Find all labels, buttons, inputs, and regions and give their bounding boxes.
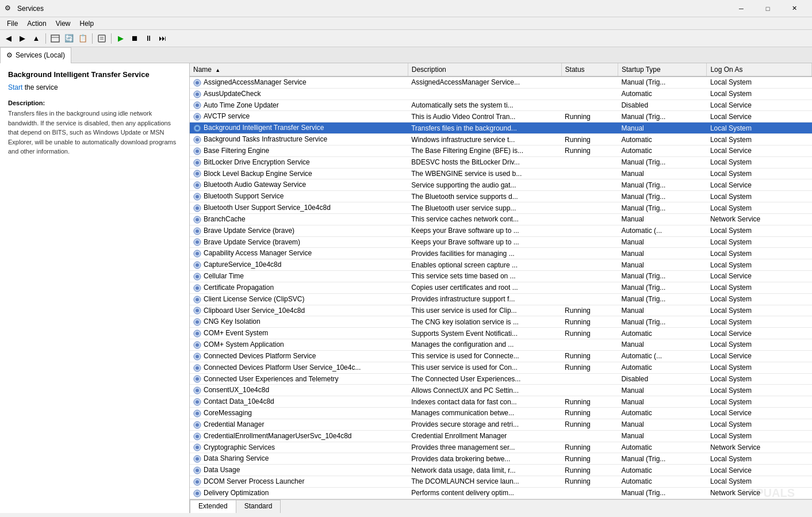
- service-startup-cell: Automatic: [618, 476, 707, 487]
- nav-services-local[interactable]: ⚙ Services (Local): [0, 47, 71, 63]
- table-row[interactable]: Brave Update Service (brave)Keeps your B…: [190, 225, 812, 236]
- up-button[interactable]: ▲: [30, 32, 43, 45]
- service-logon-cell: Local System: [707, 339, 812, 351]
- nav-pane: ⚙ Services (Local): [0, 47, 812, 63]
- service-startup-cell: Manual (Trig...: [618, 316, 707, 328]
- service-startup-cell: Manual: [618, 430, 707, 442]
- service-status-cell: [561, 213, 618, 225]
- table-row[interactable]: Background Intelligent Transfer ServiceT…: [190, 122, 812, 134]
- service-name-cell: BitLocker Drive Encryption Service: [190, 156, 408, 168]
- maximize-button[interactable]: □: [754, 0, 781, 17]
- svg-point-28: [196, 206, 199, 210]
- svg-point-62: [196, 400, 199, 404]
- table-row[interactable]: Contact Data_10e4c8dIndexes contact data…: [190, 396, 812, 408]
- table-row[interactable]: CoreMessagingManages communication betwe…: [190, 408, 812, 419]
- service-logon-cell: Local System: [707, 396, 812, 408]
- table-row[interactable]: Cryptographic ServicesProvides three man…: [190, 442, 812, 453]
- svg-point-24: [196, 183, 199, 187]
- table-row[interactable]: Cellular TimeThis service sets time base…: [190, 271, 812, 282]
- service-status-cell: [561, 271, 618, 282]
- table-row[interactable]: Brave Update Service (bravem)Keeps your …: [190, 236, 812, 248]
- table-row[interactable]: Connected User Experiences and Telemetry…: [190, 373, 812, 385]
- table-row[interactable]: BitLocker Drive Encryption ServiceBDESVC…: [190, 156, 812, 168]
- col-header-status[interactable]: Status: [561, 63, 618, 76]
- table-row[interactable]: ConsentUX_10e4c8dAllows ConnectUX and PC…: [190, 385, 812, 396]
- col-header-desc[interactable]: Description: [408, 63, 561, 76]
- table-row[interactable]: Data UsageNetwork data usage, data limit…: [190, 465, 812, 476]
- table-row[interactable]: Connected Devices Platform ServiceThis s…: [190, 350, 812, 362]
- service-name-cell: Certificate Propagation: [190, 282, 408, 293]
- service-status-cell: [561, 248, 618, 259]
- service-name-text: Bluetooth Audio Gateway Service: [204, 181, 306, 189]
- service-name-text: AssignedAccessManager Service: [204, 78, 307, 86]
- menu-view[interactable]: View: [51, 18, 75, 29]
- table-row[interactable]: Certificate PropagationCopies user certi…: [190, 282, 812, 293]
- service-icon: [193, 101, 201, 109]
- services-table-container[interactable]: Name ▲ Description Status Startup Type L…: [190, 63, 812, 499]
- start-service-link[interactable]: Start: [8, 83, 22, 91]
- show-hide-button[interactable]: [49, 32, 62, 45]
- table-row[interactable]: Connected Devices Platform User Service_…: [190, 362, 812, 373]
- col-header-name[interactable]: Name ▲: [190, 63, 408, 76]
- pause-button[interactable]: ⏸: [142, 32, 155, 45]
- menu-action[interactable]: Action: [22, 18, 51, 29]
- title-bar: ⚙ Services ─ □ ✕: [0, 0, 812, 17]
- table-row[interactable]: Data Sharing ServiceProvides data broker…: [190, 453, 812, 465]
- table-row[interactable]: AssignedAccessManager ServiceAssignedAcc…: [190, 76, 812, 88]
- table-row[interactable]: BranchCacheThis service caches network c…: [190, 213, 812, 225]
- menu-file[interactable]: File: [2, 18, 22, 29]
- table-row[interactable]: DCOM Server Process LauncherThe DCOMLAUN…: [190, 476, 812, 487]
- minimize-button[interactable]: ─: [728, 0, 754, 17]
- table-row[interactable]: Clipboard User Service_10e4c8dThis user …: [190, 305, 812, 316]
- service-status-cell: Running: [561, 305, 618, 316]
- toolbar-separator-3: [111, 33, 112, 44]
- table-row[interactable]: Client License Service (ClipSVC)Provides…: [190, 293, 812, 305]
- table-row[interactable]: CNG Key IsolationThe CNG key isolation s…: [190, 316, 812, 328]
- link-suffix: the service: [22, 83, 58, 91]
- description-text: Transfers files in the background using …: [8, 109, 181, 156]
- table-row[interactable]: AsusUpdateCheckAutomaticLocal System: [190, 88, 812, 99]
- resume-button[interactable]: ⏭: [156, 32, 168, 45]
- description-title: Description:: [8, 99, 181, 106]
- table-row[interactable]: CredentialEnrollmentManagerUserSvc_10e4c…: [190, 430, 812, 442]
- back-button[interactable]: ◀: [2, 32, 15, 45]
- table-row[interactable]: Bluetooth Audio Gateway ServiceService s…: [190, 179, 812, 191]
- col-header-logon[interactable]: Log On As: [707, 63, 812, 76]
- stop-button[interactable]: ⏹: [128, 32, 141, 45]
- service-icon: [193, 353, 201, 361]
- service-name-cell: DCOM Server Process Launcher: [190, 476, 408, 487]
- table-row[interactable]: Background Tasks Infrastructure ServiceW…: [190, 134, 812, 145]
- start-button[interactable]: ▶: [114, 32, 127, 45]
- table-row[interactable]: COM+ System ApplicationManages the confi…: [190, 339, 812, 351]
- service-name-text: Auto Time Zone Updater: [204, 101, 279, 109]
- col-header-startup[interactable]: Startup Type: [618, 63, 707, 76]
- svg-point-32: [196, 229, 199, 233]
- service-icon: [193, 90, 201, 98]
- tab-standard[interactable]: Standard: [236, 500, 281, 513]
- table-row[interactable]: Auto Time Zone UpdaterAutomatically sets…: [190, 99, 812, 111]
- menu-help[interactable]: Help: [75, 18, 99, 29]
- table-row[interactable]: AVCTP serviceThis is Audio Video Control…: [190, 111, 812, 122]
- table-row[interactable]: Bluetooth Support ServiceThe Bluetooth s…: [190, 191, 812, 202]
- properties-button[interactable]: [95, 32, 108, 45]
- table-row[interactable]: Credential ManagerProvides secure storag…: [190, 419, 812, 430]
- service-logon-cell: Local Service: [707, 271, 812, 282]
- service-startup-cell: Manual: [618, 168, 707, 179]
- refresh-button[interactable]: 🔄: [63, 32, 75, 45]
- tab-extended[interactable]: Extended: [190, 500, 236, 513]
- table-row[interactable]: Block Level Backup Engine ServiceThe WBE…: [190, 168, 812, 179]
- table-row[interactable]: Base Filtering EngineThe Base Filtering …: [190, 145, 812, 156]
- service-status-cell: Running: [561, 134, 618, 145]
- svg-rect-0: [51, 35, 59, 42]
- service-startup-cell: Manual: [618, 122, 707, 134]
- close-button[interactable]: ✕: [781, 0, 807, 17]
- table-row[interactable]: CaptureService_10e4c8dEnables optional s…: [190, 259, 812, 271]
- service-startup-cell: Manual: [618, 213, 707, 225]
- table-row[interactable]: COM+ Event SystemSupports System Event N…: [190, 328, 812, 339]
- table-row[interactable]: Bluetooth User Support Service_10e4c8dTh…: [190, 202, 812, 214]
- table-row[interactable]: Delivery OptimizationPerforms content de…: [190, 487, 812, 499]
- forward-button[interactable]: ▶: [16, 32, 29, 45]
- table-row[interactable]: Capability Access Manager ServiceProvide…: [190, 248, 812, 259]
- export-button[interactable]: 📋: [76, 32, 89, 45]
- svg-point-26: [196, 195, 199, 198]
